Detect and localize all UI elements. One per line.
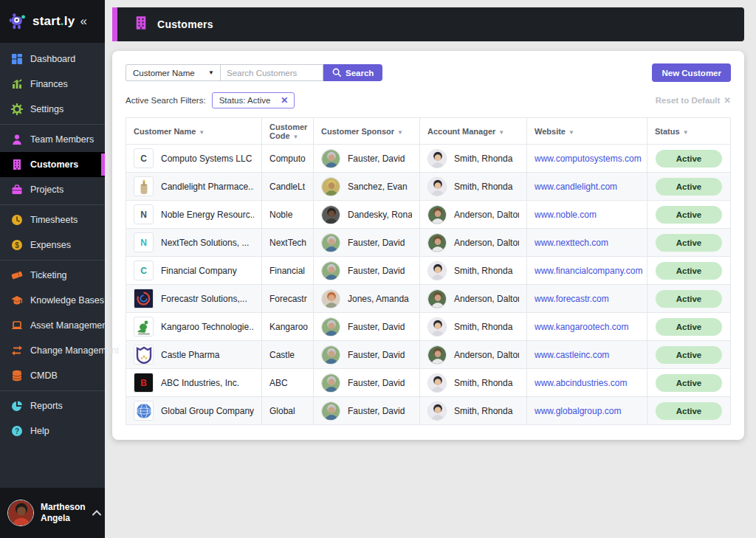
customer-row[interactable]: CComputo Systems LLCComputoFauster, Davi… (126, 145, 731, 173)
chevron-up-icon[interactable] (92, 508, 101, 517)
sidebar-item-knowledge-bases[interactable]: Knowledge Bases (0, 288, 105, 313)
search-button[interactable]: Search (323, 64, 382, 81)
customer-sponsor-name: Fauster, David (348, 406, 405, 416)
customer-row[interactable]: CFinancial CompanyFinancialFauster, Davi… (126, 257, 731, 285)
search-button-label: Search (346, 69, 374, 77)
sidebar-item-expenses[interactable]: $Expenses (0, 232, 105, 258)
sidebar-item-asset-management[interactable]: Asset Management (0, 313, 105, 338)
customer-row[interactable]: NNextTech Solutions, ...NextTechFauster,… (126, 229, 731, 257)
website-link[interactable]: www.kangarootech.com (535, 322, 628, 332)
column-header-account-manager[interactable]: Account Manager▼ (420, 118, 527, 145)
avatar (321, 345, 340, 365)
website-link[interactable]: www.abcindustries.com (535, 378, 627, 388)
avatar (427, 401, 447, 421)
pie-chart-icon (10, 400, 23, 413)
sidebar-item-change-management[interactable]: Change Management (0, 338, 105, 363)
sort-arrow-icon: ▼ (498, 129, 504, 136)
customer-row[interactable]: BABC Industries, Inc.ABCFauster, DavidSm… (126, 369, 731, 397)
sidebar-item-ticketing[interactable]: Ticketing (0, 263, 105, 288)
website-link[interactable]: www.forecastr.com (535, 294, 609, 304)
avatar (427, 373, 447, 393)
user-avatar (7, 500, 34, 526)
robot-logo-icon (7, 10, 30, 32)
status-badge: Active (656, 374, 722, 392)
customer-row[interactable]: Candlelight Pharmace...CandleLtSanchez, … (126, 173, 731, 201)
sidebar-item-projects[interactable]: Projects (0, 177, 105, 202)
sidebar-item-reports[interactable]: Reports (0, 393, 105, 418)
svg-text:?: ? (14, 427, 18, 435)
sidebar-item-label: Help (30, 426, 49, 436)
customer-row[interactable]: Global Group CompanyGlobalFauster, David… (126, 397, 731, 425)
customer-row[interactable]: Castle PharmaCastleFauster, DavidAnderso… (126, 341, 731, 369)
sidebar-item-label: Timesheets (30, 215, 78, 225)
search-input[interactable] (220, 64, 323, 81)
search-field-dropdown[interactable]: Customer Name ▼ (126, 64, 220, 81)
customer-name: Computo Systems LLC (161, 154, 252, 164)
account-manager-name: Smith, Rhonda (454, 378, 512, 388)
building-icon (134, 15, 148, 33)
customer-sponsor-name: Dandesky, Ronald (348, 210, 412, 220)
sidebar-collapse-icon[interactable]: « (80, 14, 86, 29)
customer-code: Forecastr (269, 294, 307, 304)
website-link[interactable]: www.candlelight.com (535, 182, 617, 192)
sort-arrow-icon: ▼ (568, 129, 574, 136)
remove-filter-icon[interactable]: ✕ (281, 95, 288, 106)
column-header-status[interactable]: Status▼ (647, 118, 731, 145)
sidebar-item-label: Expenses (30, 240, 71, 250)
customer-code: Financial (269, 266, 305, 276)
customer-logo (134, 401, 154, 421)
status-badge: Active (656, 402, 722, 420)
avatar (321, 373, 340, 393)
website-link[interactable]: www.globalgroup.com (535, 406, 621, 416)
website-link[interactable]: www.nexttech.com (535, 238, 608, 248)
app-logo: start.ly « (0, 0, 105, 43)
sidebar-item-label: Settings (30, 104, 63, 114)
building-icon (10, 159, 23, 171)
customer-row[interactable]: NNoble Energy Resourc...NobleDandesky, R… (126, 201, 731, 229)
account-manager-name: Smith, Rhonda (454, 322, 512, 332)
sidebar-item-label: Customers (30, 159, 78, 170)
sidebar-item-help[interactable]: ?Help (0, 418, 105, 444)
sidebar-item-timesheets[interactable]: Timesheets (0, 207, 105, 232)
website-link[interactable]: www.noble.com (535, 210, 597, 220)
active-filters-label: Active Search Filters: (126, 96, 206, 105)
column-header-customer-sponsor[interactable]: Customer Sponsor▼ (314, 118, 420, 145)
sort-arrow-icon: ▼ (397, 129, 403, 136)
customer-row[interactable]: Kangaroo Technologie...KangarooFauster, … (126, 313, 731, 341)
sidebar-item-label: Reports (30, 401, 63, 411)
website-link[interactable]: www.financialcompany.com (535, 266, 643, 276)
column-header-customer-name[interactable]: Customer Name▼ (126, 118, 262, 145)
brand-name: start.ly (32, 14, 75, 29)
avatar (321, 289, 340, 308)
account-manager-name: Smith, Rhonda (454, 182, 512, 192)
sidebar-item-team-members[interactable]: Team Members (0, 127, 105, 152)
sidebar-item-dashboard[interactable]: Dashboard (0, 46, 105, 72)
customer-sponsor-name: Fauster, David (348, 378, 405, 388)
account-manager-name: Anderson, Dalton (454, 294, 519, 304)
reset-to-default-button[interactable]: Reset to Default ✕ (656, 95, 731, 106)
customers-card: Customer Name ▼ Search New Customer Acti… (112, 51, 744, 440)
avatar (321, 233, 340, 252)
sidebar-group: Team MembersCustomersProjects (0, 125, 105, 205)
filter-chip-status-active[interactable]: Status: Active ✕ (212, 92, 295, 108)
sidebar-item-cmdb[interactable]: CMDB (0, 363, 105, 388)
clock-icon (10, 214, 23, 227)
customer-logo (134, 317, 154, 337)
sidebar-item-settings[interactable]: Settings (0, 97, 105, 122)
customer-row[interactable]: Forecastr Solutions,...ForecastrJones, A… (126, 285, 731, 313)
customer-sponsor-name: Fauster, David (348, 266, 405, 276)
sidebar-item-label: Knowledge Bases (30, 295, 104, 306)
user-menu[interactable]: Martheson Angela (0, 488, 105, 538)
column-header-website[interactable]: Website▼ (527, 118, 647, 145)
website-link[interactable]: www.computosystems.com (535, 154, 642, 164)
status-badge: Active (656, 318, 722, 336)
customer-code: NextTech (269, 238, 306, 248)
website-link[interactable]: www.castleinc.com (535, 350, 609, 360)
app-root: start.ly « DashboardFinancesSettingsTeam… (0, 0, 756, 538)
sidebar-item-finances[interactable]: Finances (0, 72, 105, 97)
column-header-customer-code[interactable]: Customer Code▼ (262, 118, 314, 145)
sidebar-item-customers[interactable]: Customers (0, 152, 105, 177)
filter-chip-label: Status: Active (219, 96, 271, 105)
new-customer-button[interactable]: New Customer (652, 63, 731, 82)
dropdown-value: Customer Name (133, 69, 195, 77)
